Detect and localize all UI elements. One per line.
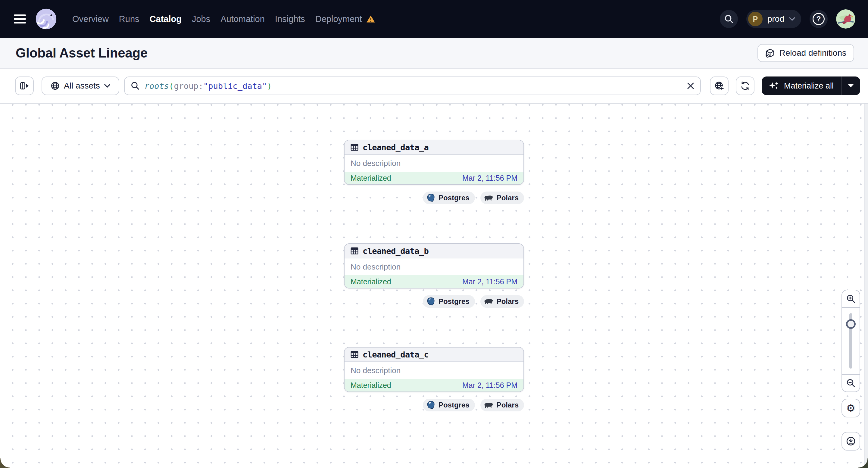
nav-item-runs[interactable]: Runs: [119, 14, 140, 24]
asset-node-status-bar: Materialized Mar 2, 11:56 PM: [345, 379, 523, 392]
chevron-down-icon: [789, 17, 795, 21]
main-nav: Overview Runs Catalog Jobs Automation In…: [72, 14, 375, 24]
table-icon: [350, 143, 359, 152]
app-window: Overview Runs Catalog Jobs Automation In…: [0, 0, 868, 468]
status-badge: Materialized: [350, 277, 391, 286]
globe-icon: [51, 81, 60, 90]
query-open-paren: (: [169, 81, 174, 91]
tag-label: Postgres: [438, 401, 469, 409]
clear-query-button[interactable]: [687, 82, 694, 89]
sparkles-icon: [769, 81, 779, 90]
polars-bear-icon: [484, 194, 494, 201]
reload-definitions-button[interactable]: Reload definitions: [757, 44, 854, 62]
nav-item-jobs[interactable]: Jobs: [192, 14, 210, 24]
refresh-icon: [740, 81, 750, 91]
refresh-button[interactable]: [736, 76, 754, 95]
tag-polars[interactable]: Polars: [480, 295, 524, 308]
page-title: Global Asset Lineage: [16, 45, 148, 61]
query-value: "public_data": [203, 81, 267, 91]
graph-settings-button[interactable]: ⚙: [841, 399, 860, 417]
tag-label: Polars: [497, 194, 519, 202]
tag-label: Polars: [497, 401, 519, 409]
nav-item-automation[interactable]: Automation: [220, 14, 265, 24]
polars-bear-icon: [484, 298, 494, 305]
zoom-slider-knob[interactable]: [846, 319, 856, 329]
asset-description: No description: [350, 262, 401, 272]
nav-item-overview[interactable]: Overview: [72, 14, 109, 24]
nav-item-insights[interactable]: Insights: [275, 14, 305, 24]
tag-postgres[interactable]: Postgres: [423, 295, 475, 308]
asset-node-status-bar: Materialized Mar 2, 11:56 PM: [345, 171, 523, 184]
zoom-in-button[interactable]: [842, 290, 860, 307]
tag-postgres[interactable]: Postgres: [423, 399, 475, 411]
asset-tags-row: Postgres Polars: [344, 295, 524, 308]
help-button[interactable]: ?: [810, 10, 828, 28]
global-search-button[interactable]: [720, 10, 738, 28]
new-catalog-view-button[interactable]: [710, 76, 728, 95]
top-navbar: Overview Runs Catalog Jobs Automation In…: [0, 0, 868, 38]
hamburger-menu-icon[interactable]: [14, 14, 26, 24]
asset-node-body: No description: [345, 258, 523, 275]
chevron-down-icon: [104, 84, 110, 88]
query-function: roots: [145, 81, 169, 91]
asset-filter-input[interactable]: roots(group:"public_data"): [124, 76, 701, 95]
user-avatar[interactable]: [836, 9, 855, 29]
reload-definitions-label: Reload definitions: [779, 48, 846, 58]
open-left-panel-button[interactable]: [15, 76, 34, 95]
postgres-icon: [427, 297, 435, 306]
materialize-options-button[interactable]: [841, 76, 860, 95]
dagster-logo-icon[interactable]: [35, 8, 57, 30]
tag-label: Postgres: [438, 297, 469, 306]
tag-label: Postgres: [438, 194, 469, 202]
asset-selection-query: roots(group:"public_data"): [145, 81, 272, 91]
asset-node-cleaned-data-c[interactable]: cleaned_data_c No description Materializ…: [344, 347, 524, 392]
materialization-timestamp[interactable]: Mar 2, 11:56 PM: [462, 381, 518, 390]
asset-node-cleaned-data-a[interactable]: cleaned_data_a No description Materializ…: [344, 140, 524, 185]
materialization-timestamp[interactable]: Mar 2, 11:56 PM: [462, 174, 518, 183]
canvas-scrollbar-gutter[interactable]: [864, 103, 868, 468]
nav-item-deployment[interactable]: Deployment: [315, 14, 375, 24]
asset-node-body: No description: [345, 155, 523, 171]
asset-scope-dropdown[interactable]: All assets: [41, 76, 119, 95]
materialize-all-button[interactable]: Materialize all: [762, 76, 860, 95]
caret-down-icon: [848, 84, 854, 87]
status-badge: Materialized: [350, 174, 391, 183]
globe-plus-icon: [714, 81, 724, 91]
nav-item-catalog[interactable]: Catalog: [150, 14, 182, 24]
reload-package-icon: [765, 48, 775, 58]
asset-node-status-bar: Materialized Mar 2, 11:56 PM: [345, 275, 523, 288]
asset-description: No description: [350, 366, 401, 375]
postgres-icon: [427, 401, 435, 410]
download-graph-button[interactable]: [841, 432, 860, 450]
asset-name: cleaned_data_a: [363, 143, 429, 152]
tag-label: Polars: [497, 297, 519, 306]
environment-switcher[interactable]: P prod: [746, 10, 801, 28]
page-header: Global Asset Lineage Reload definitions: [0, 38, 868, 69]
search-icon: [724, 14, 734, 24]
tag-polars[interactable]: Polars: [480, 399, 524, 411]
materialize-all-label: Materialize all: [784, 81, 834, 91]
zoom-controls: [841, 290, 860, 392]
asset-scope-label: All assets: [64, 81, 100, 91]
zoom-out-button[interactable]: [842, 375, 860, 392]
status-badge: Materialized: [350, 381, 391, 390]
search-icon: [131, 81, 140, 90]
panel-expand-icon: [20, 81, 29, 91]
asset-name: cleaned_data_b: [363, 246, 429, 256]
tag-postgres[interactable]: Postgres: [423, 191, 475, 204]
zoom-slider[interactable]: [842, 307, 860, 375]
tag-polars[interactable]: Polars: [480, 191, 524, 204]
environment-label: prod: [767, 14, 784, 24]
table-icon: [350, 246, 359, 255]
help-icon: ?: [813, 13, 825, 25]
asset-description: No description: [350, 159, 401, 168]
asset-node-cleaned-data-b[interactable]: cleaned_data_b No description Materializ…: [344, 243, 524, 288]
asset-tags-row: Postgres Polars: [344, 191, 524, 204]
asset-node-header: cleaned_data_c: [345, 347, 523, 362]
lineage-canvas[interactable]: cleaned_data_a No description Materializ…: [0, 103, 868, 468]
materialization-timestamp[interactable]: Mar 2, 11:56 PM: [462, 277, 518, 286]
materialize-all-main[interactable]: Materialize all: [762, 76, 841, 95]
query-close-paren: ): [267, 81, 272, 91]
asset-tags-row: Postgres Polars: [344, 399, 524, 411]
gear-icon: ⚙: [846, 403, 855, 413]
